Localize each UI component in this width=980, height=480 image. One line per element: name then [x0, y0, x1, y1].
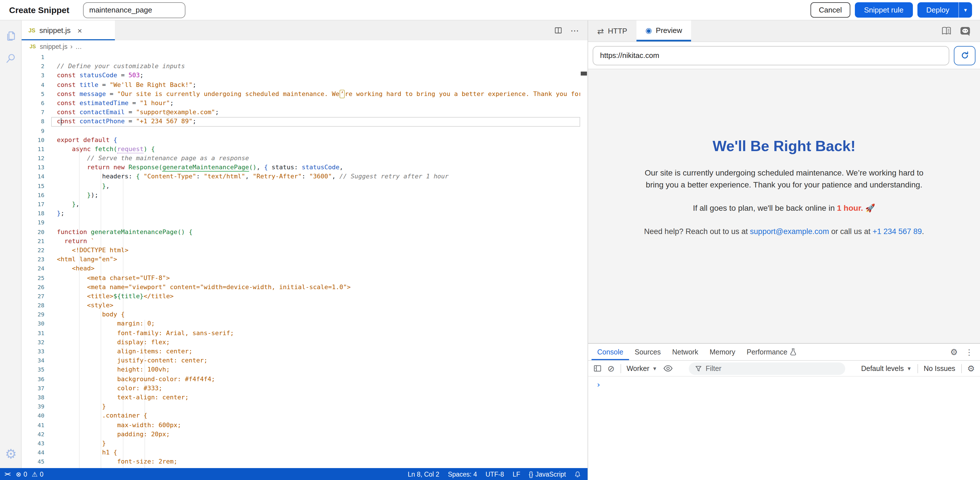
tab-performance[interactable]: Performance [741, 344, 802, 360]
search-icon[interactable] [0, 49, 22, 68]
code-line[interactable]: 4const title = "We'll Be Right Back!"; [22, 80, 587, 89]
discord-icon[interactable] [959, 25, 971, 36]
clear-console-icon[interactable]: ⊘ [608, 364, 614, 373]
code-line[interactable]: 2// Define your customizable inputs [22, 62, 587, 71]
tab-memory[interactable]: Memory [704, 344, 741, 360]
code-line[interactable]: 22 <!DOCTYPE html> [22, 246, 587, 255]
devtools-kebab-icon[interactable]: ⋮ [965, 347, 973, 356]
code-line[interactable]: 34 justify-content: center; [22, 356, 587, 365]
docs-book-icon[interactable] [941, 26, 952, 36]
code-line[interactable]: 42 padding: 20px; [22, 430, 587, 439]
breadcrumb[interactable]: JS snippet.js › … [22, 40, 587, 53]
console-settings-icon[interactable]: ⚙ [967, 364, 975, 373]
code-line[interactable]: 45 font-size: 2rem; [22, 458, 587, 467]
code-line[interactable]: 18}; [22, 209, 587, 218]
url-input[interactable] [593, 46, 949, 65]
line-number: 20 [22, 228, 51, 237]
code-line[interactable]: 28 <style> [22, 301, 587, 310]
code-line[interactable]: 19 [22, 219, 587, 228]
live-expression-eye-icon[interactable] [663, 365, 673, 372]
code-line[interactable]: 17 }, [22, 200, 587, 209]
console-prompt-icon[interactable]: › [588, 377, 980, 388]
remote-indicator-icon[interactable]: >< [5, 471, 10, 477]
files-icon[interactable] [0, 26, 22, 46]
code-line[interactable]: 9 [22, 127, 587, 135]
snippet-name-input[interactable] [83, 2, 185, 18]
tab-http[interactable]: ⇄ HTTP [588, 21, 636, 41]
code-line[interactable]: 35 height: 100vh; [22, 366, 587, 375]
tab-console[interactable]: Console [592, 344, 629, 360]
http-arrows-icon: ⇄ [597, 27, 604, 35]
code-line[interactable]: 26 <meta name="viewport" content="width=… [22, 283, 587, 292]
tab-preview[interactable]: ◉ Preview [636, 21, 691, 41]
code-line[interactable]: 10export default { [22, 135, 587, 144]
code-line[interactable]: 27 <title>${title}</title> [22, 292, 587, 301]
errors-indicator[interactable]: ⊗ 0 ⚠ 0 [16, 470, 43, 478]
code-line[interactable]: 44 h1 { [22, 448, 587, 457]
code-line[interactable]: 40 .container { [22, 412, 587, 421]
code-line[interactable]: 37 color: #333; [22, 384, 587, 393]
snippet-rule-button[interactable]: Snippet rule [855, 2, 913, 17]
breadcrumb-file[interactable]: snippet.js [40, 43, 67, 50]
code-line[interactable]: 3const statusCode = 503; [22, 71, 587, 80]
code-line[interactable]: 39 } [22, 402, 587, 411]
code-line[interactable]: 1 [22, 53, 587, 62]
code-line[interactable]: 41 max-width: 600px; [22, 421, 587, 430]
tab-network[interactable]: Network [666, 344, 704, 360]
code-line[interactable]: 30 margin: 0; [22, 320, 587, 329]
code-line[interactable]: 16 }); [22, 191, 587, 200]
code-line[interactable]: 6const estimatedTime = "1 hour"; [22, 99, 587, 108]
code-line[interactable]: 36 background-color: #f4f4f4; [22, 375, 587, 384]
language-mode[interactable]: {} JavaScript [529, 470, 566, 477]
cancel-button[interactable]: Cancel [810, 2, 850, 17]
code-line[interactable]: 43 } [22, 439, 587, 448]
code-line[interactable]: 23<html lang="en"> [22, 255, 587, 264]
code-editor[interactable]: 12// Define your customizable inputs3con… [22, 53, 587, 468]
code-line[interactable]: 12 // Serve the maintenance page as a re… [22, 154, 587, 163]
code-line[interactable]: 33 align-items: center; [22, 347, 587, 356]
eol-setting[interactable]: LF [512, 470, 520, 477]
console-filter-input[interactable]: Filter [689, 362, 845, 375]
code-line[interactable]: 25 <meta charset="UTF-8"> [22, 274, 587, 283]
code-line[interactable]: 5const message = "Our site is currently … [22, 90, 587, 99]
console-output[interactable]: › [588, 377, 980, 480]
refresh-button[interactable] [954, 46, 975, 65]
more-actions-icon[interactable]: ⋯ [571, 25, 579, 35]
indentation-setting[interactable]: Spaces: 4 [448, 470, 477, 477]
code-line[interactable]: 11 async fetch(request) { [22, 145, 587, 154]
tab-sources[interactable]: Sources [629, 344, 667, 360]
code-line[interactable]: 32 display: flex; [22, 338, 587, 347]
code-line[interactable]: 7const contactEmail = "support@example.c… [22, 108, 587, 117]
code-line[interactable]: 38 text-align: center; [22, 393, 587, 402]
support-email-link[interactable]: support@example.com [750, 227, 829, 236]
devtools-settings-icon[interactable]: ⚙ [950, 348, 958, 356]
code-line[interactable]: 14 headers: { "Content-Type": "text/html… [22, 173, 587, 182]
code-line[interactable]: 8const contactPhone = "+1 234 567 89"; [22, 117, 587, 127]
settings-gear-icon[interactable]: ⚙ [0, 444, 22, 464]
preview-tab-label: Preview [656, 26, 682, 34]
deploy-caret-icon[interactable]: ▾ [959, 2, 972, 17]
code-line[interactable]: 24 <head> [22, 265, 587, 274]
code-line[interactable]: 31 font-family: Arial, sans-serif; [22, 329, 587, 338]
console-sidebar-toggle-icon[interactable] [593, 364, 602, 373]
split-editor-icon[interactable] [554, 26, 563, 35]
cursor-position[interactable]: Ln 8, Col 2 [408, 470, 439, 477]
warning-icon: ⚠ [32, 470, 38, 478]
editor-scrollbar[interactable] [580, 53, 587, 468]
worker-context-dropdown[interactable]: Worker ▼ [627, 364, 657, 372]
notifications-bell-icon[interactable] [574, 470, 581, 477]
deploy-button[interactable]: Deploy ▾ [917, 2, 972, 17]
code-line[interactable]: 20function generateMaintenancePage() { [22, 228, 587, 237]
line-number: 2 [22, 62, 51, 71]
code-line[interactable]: 15 }, [22, 182, 587, 190]
default-levels-dropdown[interactable]: Default levels ▼ [861, 364, 912, 372]
code-line[interactable]: 13 return new Response(generateMaintenan… [22, 163, 587, 173]
close-tab-icon[interactable]: × [77, 27, 82, 34]
encoding-setting[interactable]: UTF-8 [485, 470, 504, 477]
breadcrumb-more[interactable]: … [75, 43, 82, 50]
tab-snippet-js[interactable]: JS snippet.js × [22, 21, 115, 40]
phone-link[interactable]: +1 234 567 89 [872, 227, 922, 236]
code-line[interactable]: 29 body { [22, 310, 587, 320]
code-line[interactable]: 21 return ` [22, 237, 587, 246]
no-issues-label[interactable]: No Issues [924, 364, 955, 372]
